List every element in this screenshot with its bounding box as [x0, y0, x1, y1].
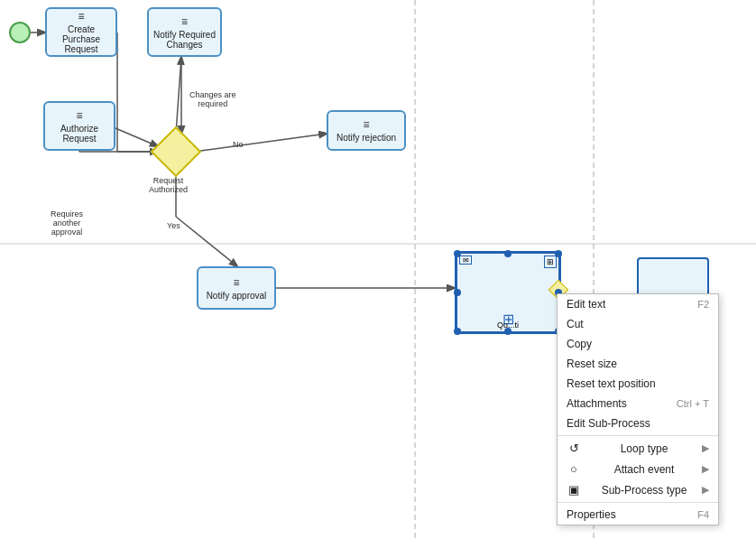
- selection-handle-ml: [454, 289, 461, 296]
- attach-event-icon: ○: [567, 462, 581, 476]
- context-menu-item-loop-type[interactable]: ↺ Loop type ▶: [558, 438, 718, 459]
- loop-type-icon: ↺: [567, 441, 581, 455]
- context-menu-item-subprocess-type[interactable]: ▣ Sub-Process type ▶: [558, 479, 718, 500]
- task-icon-notify-rejection: ≡: [363, 118, 369, 131]
- subprocess-type-label: Sub-Process type: [602, 484, 687, 497]
- selection-handle-bl: [454, 328, 461, 335]
- context-menu-item-reset-size[interactable]: Reset size: [558, 354, 718, 374]
- task-icon-authorize: ≡: [76, 109, 82, 122]
- task-icon-notify-required: ≡: [181, 15, 188, 28]
- svg-line-13: [176, 217, 237, 266]
- context-menu-item-attach-event[interactable]: ○ Attach event ▶: [558, 459, 718, 479]
- flow-label-changes-required: Changes are required: [189, 81, 236, 108]
- start-event[interactable]: [9, 22, 31, 43]
- task-label-create-purchase: Create Purchase Request: [51, 24, 112, 54]
- flow-label-request-authorized: Request Authorized: [149, 167, 188, 194]
- loop-type-label: Loop type: [621, 442, 668, 455]
- context-menu-item-edit-text[interactable]: Edit text F2: [558, 294, 718, 314]
- svg-line-9: [115, 128, 158, 146]
- properties-label: Properties: [567, 508, 616, 521]
- copy-label: Copy: [567, 338, 592, 350]
- properties-shortcut: F4: [697, 509, 709, 520]
- task-label-notify-rejection: Notify rejection: [337, 133, 396, 143]
- subprocess-type-icon: ▣: [567, 483, 581, 497]
- attach-event-arrow: ▶: [702, 463, 709, 475]
- task-notify-required[interactable]: ≡ Notify Required Changes: [147, 7, 222, 57]
- context-menu-item-reset-text-position[interactable]: Reset text position: [558, 374, 718, 394]
- task-label-notify-approval: Notify approval: [207, 291, 267, 301]
- selection-handle-tr: [555, 250, 562, 257]
- task-notify-rejection[interactable]: ≡ Notify rejection: [327, 110, 406, 151]
- selection-handle-tm: [504, 250, 512, 257]
- flow-label-no: No: [233, 140, 244, 149]
- attachments-label: Attachments: [567, 397, 627, 410]
- task-icon-notify-approval: ≡: [233, 276, 239, 289]
- context-menu: Edit text F2 Cut Copy Reset size Reset t…: [557, 293, 719, 525]
- context-menu-item-edit-subprocess[interactable]: Edit Sub-Process: [558, 414, 718, 433]
- flow-label-requires-another: Requires another approval: [51, 200, 83, 237]
- svg-line-10: [194, 134, 327, 152]
- selection-handle-bm: [504, 328, 512, 335]
- reset-size-label: Reset size: [567, 358, 617, 370]
- subprocess-expand-icon[interactable]: ⊞: [544, 256, 557, 268]
- context-menu-divider-1: [558, 435, 718, 436]
- context-menu-divider-2: [558, 502, 718, 503]
- context-menu-item-properties[interactable]: Properties F4: [558, 505, 718, 525]
- task-create-purchase[interactable]: ≡ Create Purchase Request: [45, 7, 117, 57]
- flow-label-yes: Yes: [167, 221, 180, 230]
- task-authorize[interactable]: ≡ Authorize Request: [43, 101, 115, 151]
- edit-text-label: Edit text: [567, 298, 605, 311]
- context-menu-item-copy[interactable]: Copy: [558, 334, 718, 354]
- reset-text-position-label: Reset text position: [567, 377, 656, 390]
- task-notify-approval[interactable]: ≡ Notify approval: [197, 266, 276, 310]
- cut-label: Cut: [567, 318, 584, 330]
- canvas: ≡ Create Purchase Request ≡ Notify Requi…: [0, 0, 756, 539]
- task-label-authorize: Authorize Request: [49, 124, 110, 144]
- attachments-shortcut: Ctrl + T: [677, 398, 709, 409]
- context-menu-item-attachments[interactable]: Attachments Ctrl + T: [558, 394, 718, 414]
- selection-handle-tl: [454, 250, 461, 257]
- attach-event-label: Attach event: [614, 463, 675, 476]
- task-icon-create-purchase: ≡: [78, 10, 84, 23]
- task-label-notify-required: Notify Required Changes: [152, 30, 217, 50]
- edit-subprocess-label: Edit Sub-Process: [567, 417, 650, 430]
- subprocess-type-arrow: ▶: [702, 484, 709, 496]
- loop-type-arrow: ▶: [702, 442, 709, 454]
- subprocess-box[interactable]: ✉ ⊞ ⊞ Qu...ti: [455, 251, 561, 334]
- edit-text-shortcut: F2: [697, 299, 709, 310]
- context-menu-item-cut[interactable]: Cut: [558, 314, 718, 334]
- subprocess-send-icon: ✉: [459, 256, 472, 265]
- svg-line-11: [176, 57, 181, 134]
